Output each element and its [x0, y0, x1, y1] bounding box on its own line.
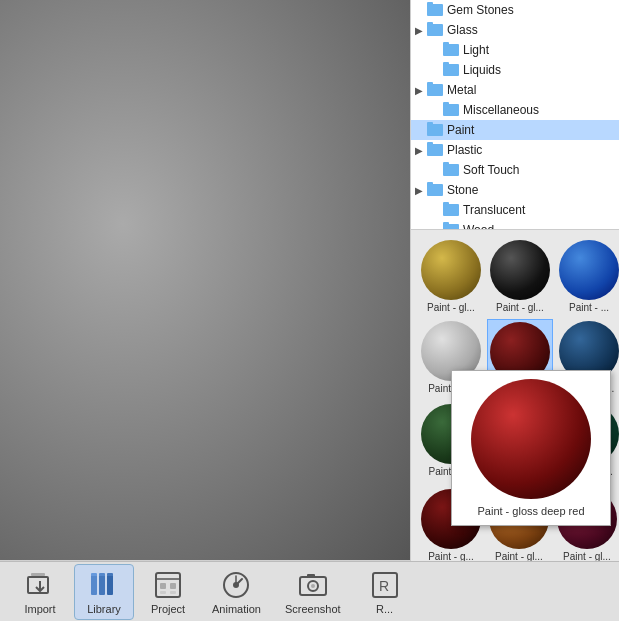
expand-icon: ▶	[415, 25, 427, 36]
toolbar-label: Screenshot	[285, 603, 341, 615]
tree-label: Soft Touch	[463, 163, 519, 177]
project-icon	[152, 569, 184, 601]
folder-icon	[427, 124, 443, 136]
toolbar-label: Library	[87, 603, 121, 615]
screenshot-icon	[297, 569, 329, 601]
expand-icon: ▶	[415, 85, 427, 96]
folder-icon	[443, 164, 459, 176]
svg-rect-43	[99, 573, 105, 576]
tree-item-plastic[interactable]: ▶ Plastic	[411, 140, 619, 160]
tree-label: Liquids	[463, 63, 501, 77]
animation-icon	[220, 569, 252, 601]
swatch-label: Paint - gl...	[496, 302, 544, 313]
library-icon	[88, 569, 120, 601]
expand-icon: ▶	[415, 145, 427, 156]
tree-label: Light	[463, 43, 489, 57]
right-panel: Gem Stones ▶ Glass Light Liquids	[410, 0, 619, 561]
swatch-paint-gl-3[interactable]: Paint - ...	[557, 238, 619, 315]
swatch-ball	[490, 240, 550, 300]
tree-label: Translucent	[463, 203, 525, 217]
tree-item-gem-stones[interactable]: Gem Stones	[411, 0, 619, 20]
swatch-ball	[559, 240, 619, 300]
tree-label: Wood	[463, 223, 494, 230]
tree-label: Plastic	[447, 143, 482, 157]
tree-label: Metal	[447, 83, 476, 97]
svg-rect-44	[107, 573, 113, 576]
toolbar-item-library[interactable]: Library	[74, 564, 134, 620]
svg-line-53	[236, 579, 242, 585]
tree-label: Miscellaneous	[463, 103, 539, 117]
toolbar-item-animation[interactable]: Animation	[202, 565, 271, 619]
swatch-paint-gl-1[interactable]: Paint - gl...	[419, 238, 483, 315]
svg-rect-40	[99, 575, 105, 595]
svg-rect-41	[107, 575, 113, 595]
svg-rect-57	[307, 574, 315, 578]
svg-rect-48	[170, 583, 176, 589]
expand-icon: ▶	[415, 185, 427, 196]
folder-icon	[443, 204, 459, 216]
tree-label: Gem Stones	[447, 3, 514, 17]
svg-rect-37	[31, 573, 45, 576]
tree-item-soft-touch[interactable]: Soft Touch	[411, 160, 619, 180]
svg-rect-42	[91, 573, 97, 576]
toolbar-item-screenshot[interactable]: Screenshot	[275, 565, 351, 619]
tree-label: Paint	[447, 123, 474, 137]
svg-rect-49	[160, 591, 166, 594]
swatch-label: Paint - gl...	[563, 551, 611, 561]
paint-popup: Paint - gloss deep red	[451, 370, 611, 526]
toolbar-item-project[interactable]: Project	[138, 565, 198, 619]
material-tree: Gem Stones ▶ Glass Light Liquids	[411, 0, 619, 230]
svg-rect-47	[160, 583, 166, 589]
tree-item-paint[interactable]: Paint	[411, 120, 619, 140]
swatch-label: Paint - gl...	[427, 302, 475, 313]
folder-icon	[443, 64, 459, 76]
folder-icon	[427, 24, 443, 36]
viewport	[0, 0, 410, 560]
tree-item-stone[interactable]: ▶ Stone	[411, 180, 619, 200]
tree-label: Glass	[447, 23, 478, 37]
swatches-area: Paint - gl... Paint - gl... Paint - ... …	[411, 230, 619, 561]
tree-item-miscellaneous[interactable]: Miscellaneous	[411, 100, 619, 120]
swatch-paint-gl-2[interactable]: Paint - gl...	[487, 238, 553, 315]
main-area: Gem Stones ▶ Glass Light Liquids	[0, 0, 619, 561]
svg-text:R: R	[379, 578, 389, 594]
swatch-label: Paint - gl...	[495, 551, 543, 561]
folder-icon	[427, 4, 443, 16]
tree-item-translucent[interactable]: Translucent	[411, 200, 619, 220]
toolbar-label: Import	[24, 603, 55, 615]
svg-rect-50	[170, 591, 176, 594]
tree-item-wood[interactable]: Wood	[411, 220, 619, 230]
folder-icon	[427, 184, 443, 196]
folder-icon	[427, 144, 443, 156]
popup-label: Paint - gloss deep red	[460, 505, 602, 517]
tree-item-metal[interactable]: ▶ Metal	[411, 80, 619, 100]
svg-rect-39	[91, 575, 97, 595]
tree-item-glass[interactable]: ▶ Glass	[411, 20, 619, 40]
toolbar: Import Library Pro	[0, 561, 619, 621]
tree-item-light[interactable]: Light	[411, 40, 619, 60]
import-icon	[24, 569, 56, 601]
folder-icon	[427, 84, 443, 96]
toolbar-label: R...	[376, 603, 393, 615]
swatch-ball	[421, 240, 481, 300]
tree-label: Stone	[447, 183, 478, 197]
swatch-label: Paint - g...	[428, 551, 474, 561]
popup-ball	[471, 379, 591, 499]
toolbar-item-r[interactable]: R R...	[355, 565, 415, 619]
toolbar-item-import[interactable]: Import	[10, 565, 70, 619]
svg-rect-45	[156, 573, 180, 597]
swatch-label: Paint - ...	[569, 302, 609, 313]
toolbar-label: Project	[151, 603, 185, 615]
folder-icon	[443, 104, 459, 116]
folder-icon	[443, 44, 459, 56]
svg-rect-36	[28, 577, 48, 593]
toolbar-label: Animation	[212, 603, 261, 615]
r-icon: R	[369, 569, 401, 601]
svg-point-58	[311, 584, 315, 588]
tree-item-liquids[interactable]: Liquids	[411, 60, 619, 80]
viewport-background	[0, 0, 410, 560]
